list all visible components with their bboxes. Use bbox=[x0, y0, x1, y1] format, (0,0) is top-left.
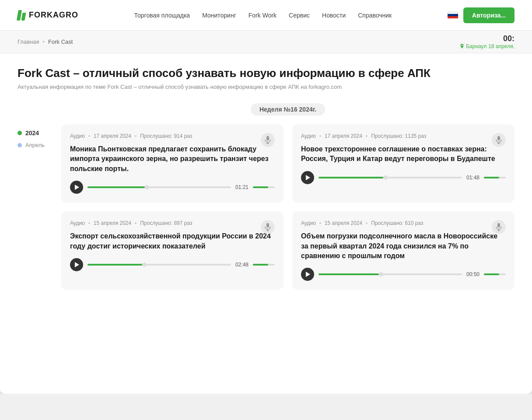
progress-fill bbox=[318, 273, 379, 275]
location-info: 00: Барнаул 18 апреля, bbox=[460, 34, 514, 49]
nav-item-marketplace[interactable]: Торговая площадка bbox=[134, 12, 190, 19]
logo-text: FORKAGRO bbox=[29, 10, 78, 20]
card-type: Аудио bbox=[301, 133, 316, 139]
breadcrumb-bar: Главная • Fork Cast 00: Барнаул 18 апрел… bbox=[0, 31, 532, 53]
content-layout: 2024 Апрель Неделя №16 2024г. Аудио bbox=[18, 103, 514, 298]
play-button[interactable] bbox=[301, 268, 314, 281]
card-type: Аудио bbox=[70, 220, 85, 226]
play-button[interactable] bbox=[70, 258, 83, 271]
nav-item-service[interactable]: Сервис bbox=[289, 12, 310, 19]
sidebar-month[interactable]: Апрель bbox=[18, 142, 52, 148]
audio-player: 01:48 bbox=[301, 171, 506, 184]
play-triangle-icon bbox=[306, 175, 310, 180]
card-title: Моника Пьонтковская предлагает сохранить… bbox=[70, 144, 275, 174]
location-pin-icon bbox=[460, 44, 464, 49]
card-dot bbox=[319, 135, 321, 137]
volume-fill bbox=[253, 264, 268, 266]
city-name: Барнаул bbox=[466, 43, 486, 49]
card-type: Аудио bbox=[301, 220, 316, 226]
duration: 01:48 bbox=[466, 175, 480, 181]
location-text: Барнаул 18 апреля, bbox=[460, 43, 514, 49]
audio-player: 00:50 bbox=[301, 268, 506, 281]
breadcrumb-current: Fork Cast bbox=[48, 38, 73, 45]
logo[interactable]: FORKAGRO bbox=[18, 10, 78, 21]
audio-card: Аудио 17 апреля 2024 Прослушано: 1135 ра… bbox=[292, 124, 514, 203]
card-meta: Аудио 15 апреля 2024 Прослушано: 897 раз bbox=[70, 220, 275, 226]
microphone-icon bbox=[492, 220, 506, 234]
card-listened: Прослушано: 897 раз bbox=[140, 220, 192, 226]
year-dot bbox=[18, 131, 22, 135]
volume-bar[interactable] bbox=[253, 264, 275, 266]
svg-rect-9 bbox=[497, 223, 500, 228]
card-meta: Аудио 17 апреля 2024 Прослушано: 914 раз bbox=[70, 133, 275, 139]
russia-flag-icon bbox=[448, 12, 458, 19]
header: FORKAGRO Торговая площадка Мониторинг Fo… bbox=[0, 0, 532, 31]
audio-player: 02:48 bbox=[70, 258, 275, 271]
auth-button[interactable]: Авториза... bbox=[463, 7, 514, 23]
card-dot bbox=[366, 222, 368, 224]
card-title: Новое трехстороннее соглашение о поставк… bbox=[301, 144, 506, 164]
nav-item-news[interactable]: Новости bbox=[322, 12, 346, 19]
progress-fill bbox=[318, 177, 383, 178]
current-date: 18 апреля, bbox=[488, 43, 514, 49]
duration: 02:48 bbox=[235, 262, 248, 268]
card-meta: Аудио 17 апреля 2024 Прослушано: 1135 ра… bbox=[301, 133, 506, 139]
card-dot bbox=[319, 222, 321, 224]
nav-item-monitoring[interactable]: Мониторинг bbox=[202, 12, 236, 19]
svg-rect-6 bbox=[266, 223, 269, 228]
month-label: Апрель bbox=[25, 142, 45, 148]
microphone-icon bbox=[261, 133, 275, 147]
svg-rect-0 bbox=[266, 136, 269, 140]
progress-dot bbox=[145, 185, 149, 189]
progress-bar[interactable] bbox=[318, 177, 462, 178]
progress-bar[interactable] bbox=[88, 264, 231, 266]
page-wrapper: FORKAGRO Торговая площадка Мониторинг Fo… bbox=[0, 0, 532, 394]
play-button[interactable] bbox=[301, 171, 314, 184]
card-title: Экспорт сельскохозяйственной продукции Р… bbox=[70, 231, 275, 251]
audio-card: Аудио 15 апреля 2024 Прослушано: 610 раз… bbox=[292, 211, 514, 290]
volume-fill bbox=[253, 186, 268, 188]
card-type: Аудио bbox=[70, 133, 85, 139]
card-dot bbox=[135, 222, 136, 224]
progress-fill bbox=[88, 264, 142, 266]
progress-bar[interactable] bbox=[88, 186, 231, 188]
card-dot bbox=[135, 135, 136, 137]
month-dot bbox=[18, 143, 22, 147]
duration: 00:50 bbox=[466, 271, 480, 277]
card-meta: Аудио 15 апреля 2024 Прослушано: 610 раз bbox=[301, 220, 506, 226]
cards-grid: Аудио 17 апреля 2024 Прослушано: 914 раз… bbox=[61, 124, 514, 290]
audio-card: Аудио 15 апреля 2024 Прослушано: 897 раз… bbox=[61, 211, 284, 290]
progress-fill bbox=[88, 186, 145, 188]
nav-item-forkwork[interactable]: Fork Work bbox=[248, 12, 276, 19]
nav-item-handbook[interactable]: Справочник bbox=[358, 12, 392, 19]
card-title: Объем погрузки подсолнечного масла в Нов… bbox=[301, 231, 506, 261]
logo-icon bbox=[18, 10, 25, 21]
play-triangle-icon bbox=[75, 262, 79, 267]
card-date: 15 апреля 2024 bbox=[325, 220, 362, 226]
main-content: Fork Cast – отличный способ узнавать нов… bbox=[0, 53, 532, 312]
volume-bar[interactable] bbox=[253, 186, 275, 188]
microphone-icon bbox=[261, 220, 275, 234]
card-dot bbox=[366, 135, 368, 137]
svg-rect-3 bbox=[497, 136, 500, 140]
duration: 01:21 bbox=[235, 184, 248, 190]
breadcrumb-home[interactable]: Главная bbox=[18, 38, 39, 45]
card-listened: Прослушано: 1135 раз bbox=[371, 133, 426, 139]
card-listened: Прослушано: 610 раз bbox=[371, 220, 423, 226]
volume-bar[interactable] bbox=[484, 273, 506, 275]
card-dot bbox=[88, 135, 90, 137]
progress-bar[interactable] bbox=[318, 273, 462, 275]
sidebar-year[interactable]: 2024 bbox=[18, 130, 52, 136]
play-triangle-icon bbox=[75, 185, 79, 190]
progress-dot bbox=[383, 175, 388, 180]
audio-player: 01:21 bbox=[70, 181, 275, 194]
sidebar: 2024 Апрель bbox=[18, 103, 52, 298]
play-triangle-icon bbox=[306, 272, 310, 277]
week-label: Неделя №16 2024г. bbox=[251, 103, 325, 116]
content-area: Неделя №16 2024г. Аудио 17 апреля 2024 П… bbox=[61, 103, 514, 298]
volume-bar[interactable] bbox=[484, 177, 506, 178]
play-button[interactable] bbox=[70, 181, 83, 194]
breadcrumb: Главная • Fork Cast bbox=[18, 38, 73, 45]
card-date: 17 апреля 2024 bbox=[94, 133, 131, 139]
card-dot bbox=[88, 222, 90, 224]
